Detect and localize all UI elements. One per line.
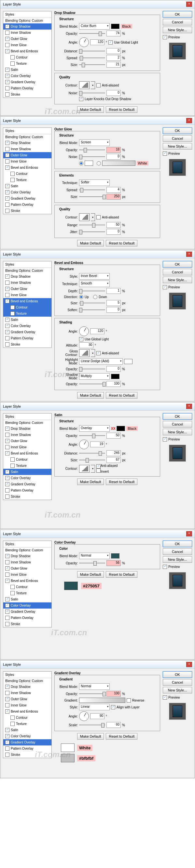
style-bevel[interactable]: Bevel and Emboss xyxy=(3,450,51,457)
style-stroke[interactable]: Stroke xyxy=(3,208,51,214)
depth-slider[interactable] xyxy=(79,289,105,293)
style-gradient-overlay[interactable]: Gradient Overlay xyxy=(3,609,51,615)
style-inner-glow[interactable]: Inner Glow xyxy=(3,702,51,708)
style-color-overlay[interactable]: Color Overlay xyxy=(3,323,51,329)
style-outer-glow[interactable]: Outer Glow xyxy=(3,36,51,42)
new-style-button[interactable]: New Style... xyxy=(163,687,192,693)
new-style-button[interactable]: New Style... xyxy=(163,556,192,563)
new-style-button[interactable]: New Style... xyxy=(163,143,192,150)
preview-check[interactable] xyxy=(163,565,167,569)
style-contour[interactable]: Contour xyxy=(3,715,51,721)
soften-slider[interactable] xyxy=(79,308,105,312)
angle-dial[interactable] xyxy=(79,327,89,336)
blend-mode-select[interactable]: Normal xyxy=(79,683,110,690)
gloss-contour[interactable] xyxy=(79,349,89,357)
angle-input[interactable]: 120 xyxy=(90,328,105,334)
spread-input[interactable]: 4 xyxy=(107,187,121,193)
opacity-slider[interactable] xyxy=(79,148,105,152)
angle-input[interactable]: 19 xyxy=(90,441,105,447)
blending-options[interactable]: Blending Options: Custom xyxy=(3,678,51,684)
style-contour[interactable]: Contour xyxy=(3,54,51,60)
style-inner-shadow[interactable]: Inner Shadow xyxy=(3,280,51,286)
technique-select[interactable]: Smooth xyxy=(79,281,110,287)
style-pattern-overlay[interactable]: Pattern Overlay xyxy=(3,745,51,752)
angle-input[interactable]: 90 xyxy=(90,713,105,719)
make-default-button[interactable]: Make Default xyxy=(77,733,104,740)
ok-button[interactable]: OK xyxy=(163,261,192,268)
style-inner-glow[interactable]: Inner Glow xyxy=(3,292,51,298)
new-style-button[interactable]: New Style... xyxy=(163,27,192,33)
blend-mode-select[interactable]: Screen xyxy=(79,140,110,146)
distance-input[interactable]: 0 xyxy=(107,48,121,54)
style-satin[interactable]: Satin xyxy=(3,67,51,73)
opacity-slider[interactable] xyxy=(79,32,105,35)
shadow-swatch[interactable] xyxy=(111,374,119,379)
style-texture[interactable]: Texture xyxy=(3,721,51,727)
style-gradient-overlay[interactable]: Gradient Overlay xyxy=(3,739,51,745)
opacity-input[interactable]: 100 xyxy=(107,691,121,697)
blending-options[interactable]: Blending Options: Custom xyxy=(3,548,51,553)
style-contour[interactable]: Contour xyxy=(3,584,51,590)
noise-input[interactable]: 0 xyxy=(107,90,121,96)
ok-button[interactable]: OK xyxy=(163,540,192,547)
blend-mode-select[interactable]: Normal xyxy=(79,553,110,559)
opacity-slider[interactable] xyxy=(79,434,105,438)
contour-picker[interactable] xyxy=(79,81,89,89)
close-icon[interactable]: × xyxy=(186,662,192,667)
style-satin[interactable]: Satin xyxy=(3,469,51,475)
close-icon[interactable]: × xyxy=(186,118,192,123)
up-radio[interactable] xyxy=(79,295,83,299)
style-inner-shadow[interactable]: Inner Shadow xyxy=(3,690,51,696)
size-input[interactable]: 250 xyxy=(107,194,121,199)
style-stroke[interactable]: Stroke xyxy=(3,91,51,97)
anti-alias-check[interactable] xyxy=(96,215,101,219)
style-gradient-overlay[interactable]: Gradient Overlay xyxy=(3,79,51,85)
style-pattern-overlay[interactable]: Pattern Overlay xyxy=(3,202,51,208)
blending-options[interactable]: Blending Options: Custom xyxy=(3,420,51,426)
style-drop-shadow[interactable]: Drop Shadow xyxy=(3,273,51,280)
gradient-bar[interactable] xyxy=(79,698,126,703)
style-texture[interactable]: Texture xyxy=(3,310,51,317)
style-satin[interactable]: Satin xyxy=(3,183,51,189)
style-drop-shadow[interactable]: Drop Shadow xyxy=(3,553,51,559)
opacity-slider[interactable] xyxy=(79,692,105,696)
noise-slider[interactable] xyxy=(79,155,105,159)
style-contour[interactable]: Contour xyxy=(3,457,51,463)
shadow-mode-select[interactable]: Multiply xyxy=(79,373,110,380)
opacity-input[interactable]: 18 xyxy=(107,147,121,153)
size-input[interactable]: 21 xyxy=(107,62,121,68)
style-color-overlay[interactable]: Color Overlay xyxy=(3,189,51,195)
style-pattern-overlay[interactable]: Pattern Overlay xyxy=(3,487,51,494)
style-pattern-overlay[interactable]: Pattern Overlay xyxy=(3,615,51,621)
highlight-opacity-input[interactable]: 0 xyxy=(107,366,121,372)
style-inner-glow[interactable]: Inner Glow xyxy=(3,444,51,450)
angle-dial[interactable] xyxy=(79,711,89,721)
style-inner-glow[interactable]: Inner Glow xyxy=(3,158,51,164)
gradient-radio[interactable] xyxy=(97,161,101,165)
cancel-button[interactable]: Cancel xyxy=(163,679,192,686)
size-input[interactable]: 67 xyxy=(107,457,121,463)
reverse-check[interactable] xyxy=(127,698,131,703)
reset-default-button[interactable]: Reset to Default xyxy=(106,392,137,399)
opacity-slider[interactable] xyxy=(79,561,105,565)
style-inner-glow[interactable]: Inner Glow xyxy=(3,42,51,48)
jitter-slider[interactable] xyxy=(79,230,105,234)
knockout-check[interactable] xyxy=(79,97,83,101)
scale-slider[interactable] xyxy=(79,723,105,727)
checkbox-icon[interactable] xyxy=(5,24,9,29)
cancel-button[interactable]: Cancel xyxy=(163,269,192,275)
style-color-overlay[interactable]: Color Overlay xyxy=(3,602,51,609)
new-style-button[interactable]: New Style... xyxy=(163,277,192,283)
altitude-input[interactable]: 30 xyxy=(79,342,93,348)
style-gradient-overlay[interactable]: Gradient Overlay xyxy=(3,195,51,202)
color-radio[interactable] xyxy=(79,161,83,165)
preview-check[interactable] xyxy=(163,152,167,156)
style-contour[interactable]: Contour xyxy=(3,304,51,310)
reset-default-button[interactable]: Reset to Default xyxy=(106,733,137,740)
style-color-overlay[interactable]: Color Overlay xyxy=(3,73,51,79)
spread-slider[interactable] xyxy=(79,56,105,60)
style-select[interactable]: Inner Bevel xyxy=(79,273,110,280)
cancel-button[interactable]: Cancel xyxy=(163,549,192,555)
style-gradient-overlay[interactable]: Gradient Overlay xyxy=(3,329,51,335)
style-pattern-overlay[interactable]: Pattern Overlay xyxy=(3,335,51,341)
